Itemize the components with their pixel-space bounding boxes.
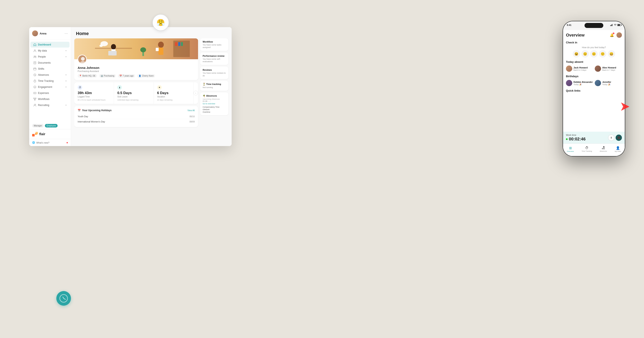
birthday-avatar-1 [566,80,572,86]
flair-logo-area: flair [29,129,71,139]
svg-point-0 [34,50,36,51]
red-arrow [619,100,632,114]
person-icon: 👤 [138,75,141,77]
tab-bar: ⊞ Overview ⏱ Time Tracking 🏖 Absences 👤 … [563,144,625,156]
sick-leave-icon: 🌡 [117,85,122,90]
briefcase-icon: 🏢 [100,75,103,77]
sidebar-header: Anna ⋯ [29,27,71,40]
mood-sad[interactable]: 😟 [582,50,589,58]
wifi-icon [614,24,616,26]
birthdays-section: Birthdays Debbie Alexander Today 🎉 [566,75,622,86]
sidebar-item-documents[interactable]: Documents [30,60,70,66]
phone-user-avatar[interactable] [616,32,622,38]
mood-happy[interactable]: 🙂 [599,50,606,58]
tab-overview[interactable]: ⊞ Overview [567,146,574,152]
absent-name-2: Alex Howard [602,66,616,69]
work-time-bar: Work time 00:02:46 ⏸ ⬛ [563,132,625,144]
view-all-button[interactable]: View All [188,109,195,112]
absent-status-2: Back in 7 days [602,69,616,71]
expenses-icon [34,92,36,94]
sidebar-item-dashboard[interactable]: Dashboard [30,42,70,48]
pause-button[interactable]: ⏸ [608,134,614,141]
time-tracking-card[interactable]: ⏳ Time tracking Not running [200,81,228,91]
nav-label-people: People [38,55,46,58]
location-chip: 📍 Berlin HQ, DE [78,74,97,78]
timer-value: 00:02:46 [569,137,586,142]
sick-leave-value: 0.5 Days [117,91,150,95]
page-title: Home [76,31,227,36]
nav-label-my-data: My data [38,49,47,52]
mood-very-happy[interactable]: 😄 [608,50,615,58]
mood-neutral[interactable]: 😐 [590,50,598,58]
sidebar-item-engagement[interactable]: Engagement ▾ [30,84,70,90]
sidebar-item-my-data[interactable]: My data ▾ [30,48,70,54]
home-icon [34,43,36,46]
svg-rect-20 [34,100,35,100]
flair-logo-text: flair [39,132,45,136]
workflow-sub: You have some tasks assigned [203,44,226,49]
nav-label-recruiting: Recruiting [38,104,49,106]
holiday-name-1: Youth Day [78,115,88,118]
work-time-timer: 00:02:46 [566,137,586,142]
svg-rect-6 [34,68,36,70]
svg-rect-19 [35,98,36,99]
svg-point-37 [140,47,146,52]
performance-review-card[interactable]: Performance review You have some self-ev… [200,52,228,65]
birthday-avatar-2 [595,80,601,86]
timer-running-dot [566,138,568,140]
absences-icon [34,74,36,76]
globe-icon: 🌐 [32,141,35,144]
sidebar-item-recruiting[interactable]: Recruiting ▾ [30,102,70,108]
sidebar-item-absences[interactable]: Absences ▾ [30,72,70,78]
tab-time-tracking[interactable]: ⏱ Time Tracking [582,146,592,152]
profile-banner [74,38,198,59]
mood-selector: 😫 😟 😐 🙂 😄 [566,50,622,58]
sidebar-item-expenses[interactable]: Expenses [30,90,70,96]
sidebar-item-time-tracking[interactable]: Time Tracking ▾ [30,78,70,84]
notification-bell[interactable]: 🔔 1 [609,32,615,38]
svg-rect-3 [34,62,36,64]
phone-content: Overview 🔔 1 Check in How do you feel [563,30,625,156]
stats-next-button[interactable]: › [194,91,198,95]
mood-very-sad[interactable]: 😫 [573,50,580,58]
tab-absences[interactable]: 🏖 Absences [600,146,607,152]
birthday-person-1: Debbie Alexander Today 🎉 [566,80,593,86]
work-time-label: Work time [566,134,586,136]
vacation-label: Vacation [157,96,190,98]
sidebar-menu-button[interactable]: ⋯ [64,32,68,36]
svg-rect-35 [156,48,158,51]
workflow-card[interactable]: Workflow You have some tasks assigned [200,38,228,51]
nav-label-expenses: Expenses [38,92,49,94]
reviews-card[interactable]: Reviews You have some reviews to do [200,66,228,79]
chevron-icon: ▾ [66,50,66,52]
whats-new-link[interactable]: 🌐 What's new? [29,139,71,146]
clock-bubble[interactable] [56,291,71,306]
tab-my-data[interactable]: 👤 My Data [615,146,621,152]
status-time: 9:41 [567,24,572,26]
profile-meta: 📍 Berlin HQ, DE 🏢 Purchasing 📅 7 years a… [78,74,195,78]
stop-button[interactable]: ⬛ [616,134,622,141]
absent-info-2: Alex Howard Back in 7 days [602,66,616,71]
go-to-overview[interactable]: Go to overview [203,103,226,105]
sidebar-item-shifts[interactable]: Shifts [30,66,70,72]
holiday-icon: 📅 [78,109,81,112]
chevron-icon: ▾ [66,86,66,88]
absences-card[interactable]: 🌴 Absences Upcoming Absences 01.06 - ...… [200,92,228,115]
svg-point-17 [35,93,35,94]
employee-tag: Employee [45,124,58,128]
quick-links-title: Quick links [566,89,622,92]
sidebar-item-workflows[interactable]: Workflows [30,96,70,102]
notification-dot [66,142,68,143]
vacation-value: 6 Days [157,91,190,95]
sidebar-item-people[interactable]: People ▾ [30,54,70,60]
nav-label-dashboard: Dashboard [38,43,51,46]
chevron-icon: ▾ [66,74,66,76]
sick-leave-sub: Unlimited days remaining [117,99,150,101]
birthday-info-1: Debbie Alexander Today 🎉 [574,81,593,86]
workflows-icon [34,98,36,100]
manager-chip: 👤 Cherry Keen [137,74,155,78]
performance-review-sub: You have some self-evaluations [203,58,226,63]
quick-links-section: Quick links [566,89,622,92]
phone-frame: 9:41 [562,21,625,156]
holiday-item-1: Youth Day 06/16 [78,114,195,119]
